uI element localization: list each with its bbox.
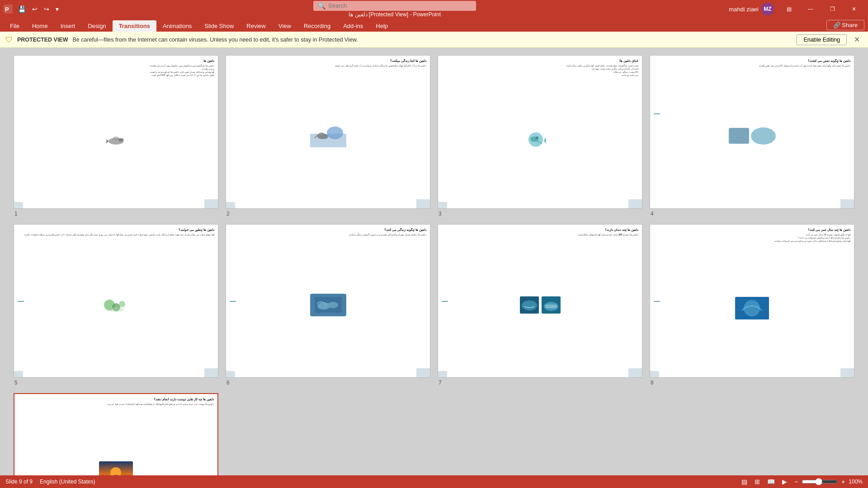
document-title: دلفین ها [Protected View] - PowerPoint (349, 11, 441, 18)
status-left: Slide 9 of 9 English (United States) (5, 479, 95, 485)
svg-point-8 (317, 134, 328, 139)
slide-wrapper-4: دلفین ها چگونه نفس می کشند؟ دلفین ها شش … (650, 55, 854, 217)
svg-point-17 (106, 307, 124, 312)
quick-access-toolbar: 💾 ↩ ↪ ▾ (16, 5, 61, 14)
slide-thumb-5[interactable]: دلفین ها چطور می خوابند؟ آنها موقع خواب … (14, 224, 218, 378)
reading-view-button[interactable]: 📖 (765, 477, 777, 486)
svg-text:P: P (5, 6, 9, 13)
tab-animations[interactable]: Animations (156, 20, 198, 32)
window-controls: ▤ — ❐ ✕ (778, 2, 864, 16)
slide-content-7: دلفین ها چند دندان دارند؟ دلفین ها بیش ا… (438, 225, 642, 377)
title-bar-center: 🔍 دلفین ها [Protected View] - PowerPoint (61, 1, 729, 18)
title-bar-right: mahdi ziaei MZ ▤ — ❐ ✕ (729, 2, 864, 16)
slide-wrapper-5: دلفین ها چطور می خوابند؟ آنها موقع خواب … (14, 224, 218, 386)
svg-point-20 (327, 302, 338, 308)
user-name: mahdi ziaei (729, 6, 759, 13)
slide-wrapper-9: دلفین ها چه کار هایی دوست دارند انجام ده… (14, 393, 218, 476)
search-input[interactable] (328, 2, 472, 9)
slide-number-8: 8 (650, 380, 654, 386)
close-button[interactable]: ✕ (844, 2, 864, 16)
svg-point-11 (536, 136, 538, 139)
svg-point-7 (327, 127, 343, 139)
tab-recording[interactable]: Recording (297, 20, 337, 32)
tab-design[interactable]: Design (81, 20, 112, 32)
slide-thumb-4[interactable]: دلفین ها چگونه نفس می کشند؟ دلفین ها شش … (650, 55, 854, 209)
enable-editing-button[interactable]: Enable Editing (797, 34, 847, 45)
slide-number-2: 2 (226, 211, 230, 217)
slide-wrapper-7: دلفین ها چند دندان دارند؟ دلفین ها بیش ا… (438, 224, 642, 386)
slide-wrapper-8: دلفین ها چند سال عمر می کنند؟ آنها به طو… (650, 224, 854, 386)
slide-thumb-7[interactable]: دلفین ها چند دندان دارند؟ دلفین ها بیش ا… (438, 224, 642, 378)
slide-wrapper-1: دلفین ها دلفین ها بازیگوش ترین و باهوش ت… (14, 55, 218, 217)
slide-number-3: 3 (438, 211, 442, 217)
tab-insert[interactable]: Insert (54, 20, 82, 32)
zoom-level: 100% (849, 479, 863, 485)
ribbon-display-button[interactable]: ▤ (778, 2, 799, 16)
title-bar-left: P 💾 ↩ ↪ ▾ (4, 5, 61, 14)
normal-view-button[interactable]: ▤ (740, 477, 749, 486)
search-bar[interactable]: 🔍 (313, 1, 476, 11)
protected-view-bar: 🛡 PROTECTED VIEW Be careful—files from t… (0, 32, 868, 48)
zoom-controls: − + 100% (793, 477, 863, 486)
zoom-slider[interactable] (802, 478, 838, 485)
slide-wrapper-3: غذای دلفین ها؛ همه دلفین ها گوشت خوار هس… (438, 55, 642, 217)
slide-number-4: 4 (650, 211, 654, 217)
slide-info: Slide 9 of 9 (5, 479, 33, 485)
slideshow-button[interactable]: ▶ (780, 477, 789, 486)
customize-quick-access-button[interactable]: ▾ (54, 5, 61, 14)
svg-point-5 (113, 136, 119, 141)
tab-review[interactable]: Review (240, 20, 272, 32)
user-avatar[interactable]: MZ (761, 3, 774, 15)
slide-thumb-8[interactable]: دلفین ها چند سال عمر می کنند؟ آنها به طو… (650, 224, 854, 378)
slide-number-7: 7 (438, 380, 442, 386)
status-right: ▤ ⊞ 📖 ▶ − + 100% (740, 477, 863, 486)
tab-file[interactable]: File (4, 20, 26, 32)
redo-button[interactable]: ↪ (42, 5, 51, 14)
slide-thumb-1[interactable]: دلفین ها دلفین ها بازیگوش ترین و باهوش ت… (14, 55, 218, 209)
language-indicator: English (United States) (40, 479, 95, 485)
close-protected-bar-button[interactable]: ✕ (851, 34, 863, 45)
search-icon: 🔍 (318, 2, 326, 9)
tab-help[interactable]: Help (369, 20, 394, 32)
svg-marker-12 (543, 137, 546, 144)
zoom-out-button[interactable]: − (793, 477, 800, 486)
share-button[interactable]: 🔗 Share (826, 20, 864, 30)
slide-number-5: 5 (14, 380, 18, 386)
slides-panel: دلفین ها دلفین ها بازیگوش ترین و باهوش ت… (0, 48, 868, 475)
slide-content-8: دلفین ها چند سال عمر می کنند؟ آنها به طو… (650, 225, 854, 377)
slide-thumb-6[interactable]: دلفین ها چگونه زندگی می کنند؟ دلفین ها م… (226, 224, 430, 378)
user-info: mahdi ziaei MZ (729, 3, 774, 15)
tab-slideshow[interactable]: Slide Show (198, 20, 240, 32)
shield-icon: 🛡 (5, 36, 13, 44)
status-bar: Slide 9 of 9 English (United States) ▤ ⊞… (0, 475, 868, 488)
zoom-in-button[interactable]: + (840, 477, 847, 486)
slide-wrapper-6: دلفین ها چگونه زندگی می کنند؟ دلفین ها م… (226, 224, 430, 386)
tab-home[interactable]: Home (26, 20, 54, 32)
slide-content-2: دلفین ها کجا زندگی میکنند؟ دلفین ها در آ… (226, 56, 430, 208)
save-button[interactable]: 💾 (16, 5, 28, 14)
slide-wrapper-2: دلفین ها کجا زندگی میکنند؟ دلفین ها در آ… (226, 55, 430, 217)
slide-thumb-9[interactable]: دلفین ها چه کار هایی دوست دارند انجام ده… (14, 393, 218, 476)
slide-content-3: غذای دلفین ها؛ همه دلفین ها گوشت خوار هس… (438, 56, 642, 208)
tab-view[interactable]: View (272, 20, 297, 32)
title-bar: P 💾 ↩ ↪ ▾ 🔍 دلفین ها [Protected View] - … (0, 0, 868, 18)
svg-point-25 (522, 300, 537, 310)
svg-rect-23 (545, 305, 557, 308)
slide-number-6: 6 (226, 380, 230, 386)
tab-add-ins[interactable]: Add-ins (337, 20, 369, 32)
slide-thumb-3[interactable]: غذای دلفین ها؛ همه دلفین ها گوشت خوار هس… (438, 55, 642, 209)
undo-button[interactable]: ↩ (30, 5, 39, 14)
slide-content-9: دلفین ها چه کار هایی دوست دارند انجام ده… (14, 394, 217, 476)
maximize-button[interactable]: ❐ (822, 2, 843, 16)
tab-transitions[interactable]: Transitions (113, 20, 156, 32)
slide-number-1: 1 (14, 211, 18, 217)
slide-sorter-button[interactable]: ⊞ (753, 477, 762, 486)
svg-point-16 (119, 301, 125, 307)
slides-grid: دلفین ها دلفین ها بازیگوش ترین و باهوش ت… (5, 55, 863, 475)
slide-thumb-2[interactable]: دلفین ها کجا زندگی میکنند؟ دلفین ها در آ… (226, 55, 430, 209)
minimize-button[interactable]: — (800, 2, 821, 16)
slide-content-1: دلفین ها دلفین ها بازیگوش ترین و باهوش ت… (14, 56, 218, 208)
ribbon-tabs: File Home Insert Design Transitions Anim… (0, 18, 868, 32)
main-content: دلفین ها دلفین ها بازیگوش ترین و باهوش ت… (0, 48, 868, 475)
slide-content-5: دلفین ها چطور می خوابند؟ آنها موقع خواب … (14, 225, 218, 377)
